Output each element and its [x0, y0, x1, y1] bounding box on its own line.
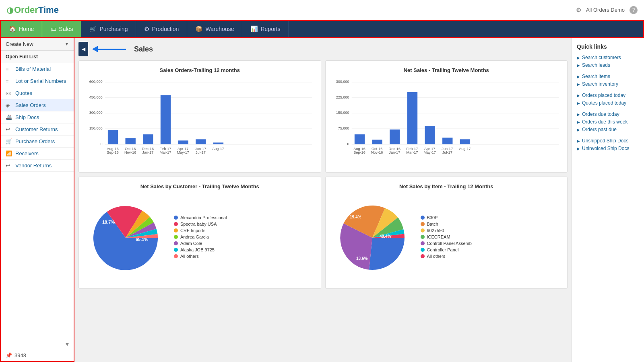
bar-chart-2-title: Net Sales - Trailing Twelve Months [332, 67, 561, 73]
quick-link-group-orders-due: ▶ Orders due today ▶ Orders due this wee… [577, 111, 639, 132]
svg-text:0: 0 [347, 142, 349, 146]
arrow-head [92, 46, 98, 52]
svg-text:Jul-17: Jul-17 [442, 150, 452, 154]
svg-text:150,000: 150,000 [336, 111, 349, 115]
svg-rect-52 [425, 126, 435, 144]
sidebar-item-receivers[interactable]: 📶 Receivers [1, 148, 74, 160]
legend-item-allothers1: All others [174, 254, 227, 259]
nav-warehouse[interactable]: 📦 Warehouse [187, 21, 242, 37]
quick-link-uninvoiced[interactable]: ▶ Uninvoiced Ship Docs [577, 146, 639, 151]
legend-dot-allothers2 [421, 254, 425, 258]
sidebar-scroll-down[interactable]: ▾ [1, 339, 74, 350]
legend-dot-b30p [421, 216, 425, 220]
production-icon: ⚙ [144, 25, 149, 33]
content-area: ◀ Sales Sales Orders-Trailing 12 months … [74, 38, 572, 362]
legend-item-adam: Adam Cole [174, 241, 227, 246]
svg-rect-58 [460, 139, 470, 144]
legend-dot-andrea [174, 235, 178, 239]
legend-label-adam: Adam Cole [180, 241, 202, 246]
svg-rect-19 [161, 95, 171, 144]
nav-home-label: Home [19, 26, 34, 32]
nav-production[interactable]: ⚙ Production [136, 21, 187, 37]
sidebar-vendor-returns-label: Vendor Returns [15, 162, 52, 169]
pie-chart-2-title: Net Sales by Item - Trailing 12 Months [332, 183, 561, 189]
pie-chart-1-card: Net Sales by Customer - Trailing Twelve … [78, 177, 321, 289]
sidebar-item-purchase-orders[interactable]: 🛒 Purchase Orders [1, 136, 74, 148]
sidebar-item-quotes[interactable]: «» Quotes [1, 87, 74, 99]
quick-link-search-customers[interactable]: ▶ Search customers [577, 55, 639, 60]
sidebar-item-bom[interactable]: ≡ Bills of Material [1, 63, 74, 75]
quick-link-orders-due-week-label: Orders due this week [582, 119, 627, 125]
nav-home[interactable]: 🏠 Home [1, 21, 42, 37]
sidebar-item-sales-orders[interactable]: ◈ Sales Orders [1, 99, 74, 111]
quick-link-unshipped[interactable]: ▶ Unshipped Ship Docs [577, 138, 639, 144]
svg-text:Mar-17: Mar-17 [406, 150, 418, 154]
sidebar-item-ship-docs[interactable]: 🚢 Ship Docs [1, 111, 74, 123]
legend-label-alaska: Alaska JOB 9725 [180, 247, 215, 252]
legend-label-crf: CRF Imports [180, 228, 205, 233]
legend-item-b30p: B30P [421, 215, 472, 220]
sidebar: Create New ▼ Open Full List ≡ Bills of M… [0, 38, 74, 362]
nav-purchasing[interactable]: 🛒 Purchasing [81, 21, 136, 37]
svg-rect-43 [372, 140, 382, 144]
quick-link-search-items[interactable]: ▶ Search items [577, 74, 639, 79]
svg-text:Sep-16: Sep-16 [107, 150, 118, 154]
svg-text:150,000: 150,000 [89, 126, 103, 130]
quick-link-orders-past-due-label: Orders past due [582, 127, 617, 132]
nav-sales-label: Sales [59, 26, 73, 32]
sidebar-item-lot[interactable]: ≡ Lot or Serial Numbers [1, 75, 74, 87]
sidebar-items-list: ≡ Bills of Material ≡ Lot or Serial Numb… [1, 63, 74, 339]
pie-chart-1-title: Net Sales by Customer - Trailing Twelve … [85, 183, 314, 189]
legend-label-control-panel: Controll Panel Assemb [427, 241, 472, 246]
logo[interactable]: ◑ OrderTime [6, 5, 59, 15]
quick-link-search-customers-label: Search customers [582, 55, 621, 60]
sales-icon: 🏷 [50, 26, 56, 33]
quick-link-orders-due-today[interactable]: ▶ Orders due today [577, 111, 639, 117]
legend-label-controller: Controller Panel [427, 247, 459, 252]
quick-link-orders-placed-today[interactable]: ▶ Orders placed today [577, 93, 639, 98]
sidebar-item-vendor-returns[interactable]: ↩ Vendor Returns [1, 160, 74, 172]
bar-chart-2-svg: 300,000 225,000 150,000 75,000 0 Aug [332, 77, 561, 159]
gear-icon[interactable]: ⚙ [576, 6, 581, 14]
pie-chart-1-legend: Alexandria Professional Spectra baby USA… [174, 215, 227, 260]
quick-link-uninvoiced-label: Uninvoiced Ship Docs [582, 146, 629, 151]
quick-link-orders-due-week[interactable]: ▶ Orders due this week [577, 119, 639, 125]
svg-text:300,000: 300,000 [89, 111, 103, 115]
bom-icon: ≡ [6, 66, 12, 72]
legend-label-spectra: Spectra baby USA [180, 222, 217, 226]
legend-label-icecream: ICECREAM [427, 234, 450, 239]
svg-text:600,000: 600,000 [89, 80, 103, 84]
right-panel: Quick links ▶ Search customers ▶ Search … [572, 38, 644, 362]
svg-text:225,000: 225,000 [336, 95, 349, 99]
quick-link-group-search-items: ▶ Search items ▶ Search inventory [577, 74, 639, 87]
arrow-body [98, 49, 126, 50]
sidebar-count: 📌 3948 [1, 350, 74, 361]
legend-item-icecream: ICECREAM [421, 234, 472, 239]
help-icon[interactable]: ? [630, 6, 638, 14]
pin-icon: 📌 [6, 352, 12, 358]
svg-rect-28 [213, 142, 223, 144]
nav-reports[interactable]: 📊 Reports [242, 21, 289, 37]
nav-sales[interactable]: 🏷 Sales [42, 21, 81, 37]
svg-text:Mar-17: Mar-17 [160, 150, 171, 154]
warehouse-icon: 📦 [195, 25, 203, 33]
bar-chart-2-area: 300,000 225,000 150,000 75,000 0 Aug [332, 77, 561, 166]
create-new-label: Create New [6, 41, 33, 47]
svg-rect-16 [143, 134, 153, 144]
quick-link-quotes-placed-today[interactable]: ▶ Quotes placed today [577, 100, 639, 106]
legend-label-b30p: B30P [427, 215, 438, 220]
sidebar-item-customer-returns[interactable]: ↩ Customer Returns [1, 123, 74, 136]
purchasing-icon: 🛒 [89, 25, 97, 33]
quick-link-orders-past-due[interactable]: ▶ Orders past due [577, 127, 639, 132]
sidebar-sales-orders-label: Sales Orders [15, 102, 46, 108]
quick-link-search-inventory[interactable]: ▶ Search inventory [577, 81, 639, 87]
svg-text:Nov-16: Nov-16 [371, 150, 382, 154]
svg-text:Jul-17: Jul-17 [196, 150, 206, 154]
reports-icon: 📊 [250, 25, 258, 33]
legend-dot-control-panel [421, 241, 425, 245]
svg-text:65.1%: 65.1% [136, 237, 148, 242]
create-new-dropdown[interactable]: Create New ▼ [1, 38, 74, 51]
quick-link-search-leads[interactable]: ▶ Search leads [577, 62, 639, 68]
sidebar-collapse-button[interactable]: ◀ [78, 42, 88, 56]
quick-link-orders-due-today-label: Orders due today [582, 111, 619, 117]
